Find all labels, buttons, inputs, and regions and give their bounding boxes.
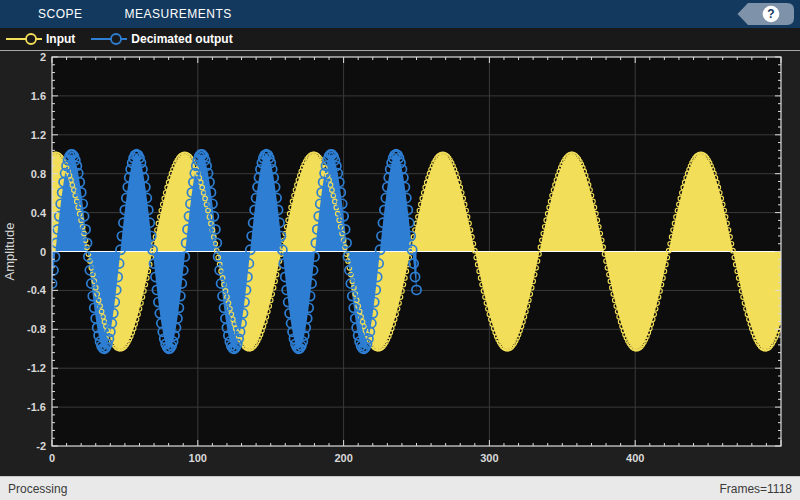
x-tick-label: 100 bbox=[189, 452, 207, 464]
time-scope-window: SCOPE MEASUREMENTS ? Input Decimated out… bbox=[0, 0, 800, 500]
plot-canvas[interactable]: 010020030040021.61.20.80.40-0.4-0.8-1.2-… bbox=[0, 51, 800, 476]
y-tick-label: -0.8 bbox=[27, 323, 46, 335]
x-tick-label: 200 bbox=[334, 452, 352, 464]
y-axis-label: Amplitude bbox=[2, 223, 17, 281]
question-mark-icon: ? bbox=[763, 6, 779, 22]
x-tick-label: 0 bbox=[49, 452, 55, 464]
y-tick-label: 0.4 bbox=[31, 207, 47, 219]
y-tick-label: -1.6 bbox=[27, 401, 46, 413]
tab-scope[interactable]: SCOPE bbox=[38, 0, 83, 28]
tab-measurements[interactable]: MEASUREMENTS bbox=[125, 0, 232, 28]
status-text: Processing bbox=[8, 482, 67, 496]
y-tick-label: -1.2 bbox=[27, 362, 46, 374]
input-line-marker-icon bbox=[6, 32, 42, 46]
status-bar: Processing Frames=1118 bbox=[0, 476, 800, 500]
legend: Input Decimated output bbox=[0, 28, 800, 51]
scope-plot: 010020030040021.61.20.80.40-0.4-0.8-1.2-… bbox=[0, 51, 800, 476]
legend-label-input: Input bbox=[46, 32, 75, 46]
y-tick-label: 1.6 bbox=[31, 90, 46, 102]
y-tick-label: 0 bbox=[40, 246, 46, 258]
x-axis-tick-labels: 0100200300400 bbox=[49, 452, 644, 464]
x-tick-label: 400 bbox=[626, 452, 644, 464]
frames-counter: Frames=1118 bbox=[719, 482, 792, 496]
toolstrip: SCOPE MEASUREMENTS ? bbox=[0, 0, 800, 28]
legend-item-input[interactable]: Input bbox=[6, 32, 75, 46]
y-tick-label: -2 bbox=[36, 440, 46, 452]
decimated-output-line-marker-icon bbox=[91, 32, 127, 46]
help-button[interactable]: ? bbox=[736, 3, 794, 25]
legend-item-decimated-output[interactable]: Decimated output bbox=[91, 32, 232, 46]
legend-label-decimated-output: Decimated output bbox=[131, 32, 232, 46]
y-tick-label: -0.4 bbox=[27, 284, 47, 296]
x-tick-label: 300 bbox=[480, 452, 498, 464]
y-tick-label: 2 bbox=[40, 51, 46, 63]
y-tick-label: 1.2 bbox=[31, 129, 46, 141]
y-axis-tick-labels: 21.61.20.80.40-0.4-0.8-1.2-1.6-2 bbox=[27, 51, 47, 452]
y-tick-label: 0.8 bbox=[31, 168, 46, 180]
